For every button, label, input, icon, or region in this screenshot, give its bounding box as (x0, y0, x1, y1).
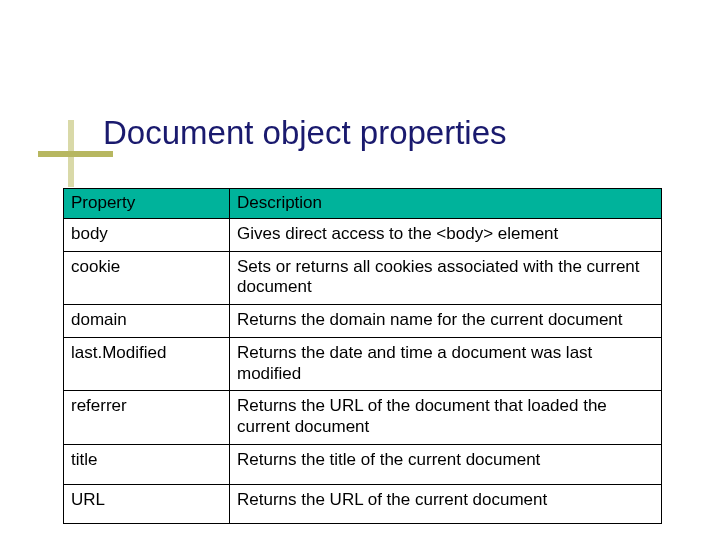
table-row: title Returns the title of the current d… (64, 444, 662, 484)
cell-description: Returns the URL of the current document (230, 484, 662, 524)
cell-property: domain (64, 305, 230, 338)
cell-property: body (64, 219, 230, 252)
cell-description: Returns the date and time a document was… (230, 337, 662, 390)
table-row: domain Returns the domain name for the c… (64, 305, 662, 338)
table-row: body Gives direct access to the <body> e… (64, 219, 662, 252)
col-header-description: Description (230, 189, 662, 219)
cell-property: URL (64, 484, 230, 524)
table-row: referrer Returns the URL of the document… (64, 391, 662, 444)
title-bullet-horizontal (38, 151, 113, 157)
col-header-property: Property (64, 189, 230, 219)
properties-table: Property Description body Gives direct a… (63, 188, 662, 524)
table-row: last.Modified Returns the date and time … (64, 337, 662, 390)
cell-property: last.Modified (64, 337, 230, 390)
cell-description: Returns the URL of the document that loa… (230, 391, 662, 444)
cell-description: Sets or returns all cookies associated w… (230, 251, 662, 304)
slide-title: Document object properties (103, 114, 507, 152)
cell-description: Gives direct access to the <body> elemen… (230, 219, 662, 252)
table-row: URL Returns the URL of the current docum… (64, 484, 662, 524)
cell-property: cookie (64, 251, 230, 304)
cell-description: Returns the title of the current documen… (230, 444, 662, 484)
cell-property: referrer (64, 391, 230, 444)
cell-property: title (64, 444, 230, 484)
table-header-row: Property Description (64, 189, 662, 219)
table-row: cookie Sets or returns all cookies assoc… (64, 251, 662, 304)
cell-description: Returns the domain name for the current … (230, 305, 662, 338)
